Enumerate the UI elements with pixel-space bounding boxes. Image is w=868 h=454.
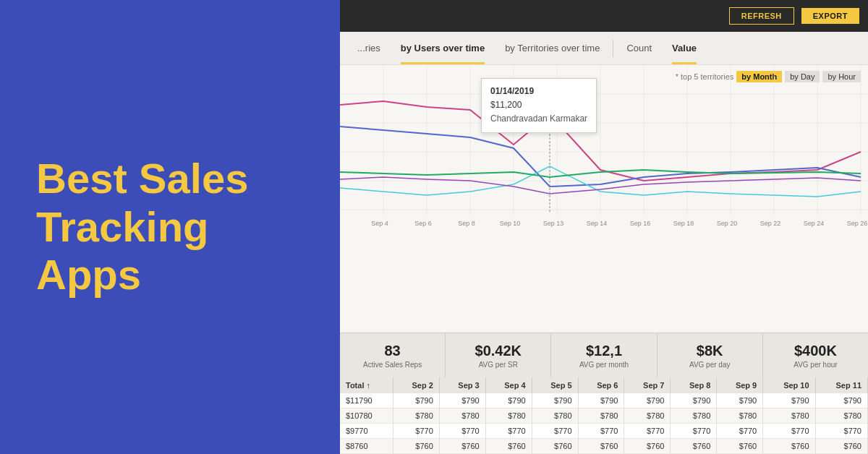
- svg-text:Sep 18: Sep 18: [673, 220, 694, 227]
- table-header-cell[interactable]: Sep 5: [532, 377, 578, 393]
- table-cell: $770: [393, 424, 439, 439]
- table-cell: $760: [439, 439, 485, 454]
- stat-value-hour: $400K: [794, 343, 837, 359]
- table-cell: $8760: [340, 439, 393, 454]
- left-panel: Best Sales Tracking Apps: [0, 0, 340, 454]
- chart-svg: Sep 4 Sep 6 Sep 8 Sep 10 Sep 13 Sep 14 S…: [340, 65, 868, 333]
- stats-row: 83 Active Sales Reps $0.42K AVG per SR $…: [340, 333, 868, 377]
- tab-count[interactable]: Count: [616, 32, 662, 64]
- stat-active-reps: 83 Active Sales Reps: [340, 333, 446, 377]
- tab-by-territories[interactable]: by Territories over time: [495, 32, 610, 64]
- table-cell: $780: [532, 408, 578, 424]
- table-cell: $760: [393, 439, 439, 454]
- svg-text:Sep 4: Sep 4: [371, 220, 388, 227]
- svg-text:Sep 22: Sep 22: [760, 220, 781, 227]
- svg-text:Sep 16: Sep 16: [630, 220, 651, 227]
- right-panel: REFRESH EXPORT ...ries by Users over tim…: [340, 0, 868, 454]
- stat-avg-hour: $400K AVG per hour: [763, 333, 868, 377]
- table-cell: $780: [815, 408, 867, 424]
- tabs-row: ...ries by Users over time by Territorie…: [340, 32, 868, 65]
- table-cell: $780: [671, 408, 717, 424]
- table-cell: $790: [624, 393, 671, 408]
- data-table: Total ↑Sep 2Sep 3Sep 4Sep 5Sep 6Sep 7Sep…: [340, 377, 868, 454]
- table-cell: $790: [485, 393, 532, 408]
- tooltip-value: $11,200: [490, 98, 587, 112]
- table-header-cell[interactable]: Sep 2: [393, 377, 439, 393]
- tab-by-users[interactable]: by Users over time: [391, 32, 495, 64]
- table-cell: $770: [717, 424, 763, 439]
- table-header-cell[interactable]: Sep 3: [439, 377, 485, 393]
- stat-label-reps: Active Sales Reps: [363, 361, 422, 369]
- tab-territories[interactable]: ...ries: [347, 32, 391, 64]
- table-cell: $780: [393, 408, 439, 424]
- table-header-cell[interactable]: Total ↑: [340, 377, 393, 393]
- table-cell: $780: [717, 408, 763, 424]
- table-cell: $780: [439, 408, 485, 424]
- table-cell: $780: [624, 408, 671, 424]
- stat-label-month: AVG per month: [579, 361, 629, 369]
- table-cell: $760: [578, 439, 624, 454]
- svg-text:Sep 14: Sep 14: [587, 220, 608, 227]
- table-header-cell[interactable]: Sep 11: [815, 377, 867, 393]
- table-row: $10780$780$780$780$780$780$780$780$780$7…: [340, 408, 868, 424]
- table-cell: $780: [763, 408, 815, 424]
- table-header-cell[interactable]: Sep 10: [763, 377, 815, 393]
- table-header-cell[interactable]: Sep 8: [671, 377, 717, 393]
- table-cell: $790: [578, 393, 624, 408]
- table-cell: $790: [393, 393, 439, 408]
- table-cell: $790: [815, 393, 867, 408]
- table-header-cell[interactable]: Sep 4: [485, 377, 532, 393]
- table-row: $8760$760$760$760$760$760$760$760$760$76…: [340, 439, 868, 454]
- table-cell: $760: [624, 439, 671, 454]
- export-button[interactable]: EXPORT: [801, 8, 859, 24]
- table-cell: $760: [763, 439, 815, 454]
- table-cell: $770: [763, 424, 815, 439]
- svg-text:Sep 10: Sep 10: [500, 220, 521, 227]
- stat-label-day: AVG per day: [689, 361, 731, 369]
- table-cell: $11790: [340, 393, 393, 408]
- top-bar: REFRESH EXPORT: [340, 0, 868, 32]
- table-row: $9770$770$770$770$770$770$770$770$770$77…: [340, 424, 868, 439]
- table-header-cell[interactable]: Sep 9: [717, 377, 763, 393]
- table-cell: $790: [532, 393, 578, 408]
- stat-value-month: $12,1: [586, 343, 622, 359]
- table-cell: $760: [717, 439, 763, 454]
- stat-value-reps: 83: [384, 343, 400, 359]
- table-cell: $10780: [340, 408, 393, 424]
- table-row: $11790$790$790$790$790$790$790$790$790$7…: [340, 393, 868, 408]
- table-cell: $770: [485, 424, 532, 439]
- stat-avg-month: $12,1 AVG per month: [551, 333, 657, 377]
- refresh-button[interactable]: REFRESH: [729, 7, 794, 25]
- table-header-row: Total ↑Sep 2Sep 3Sep 4Sep 5Sep 6Sep 7Sep…: [340, 377, 868, 393]
- svg-text:Sep 8: Sep 8: [458, 220, 475, 227]
- table-cell: $760: [815, 439, 867, 454]
- svg-text:Sep 13: Sep 13: [543, 220, 564, 227]
- stat-avg-day: $8K AVG per day: [658, 333, 763, 377]
- table-cell: $770: [671, 424, 717, 439]
- chart-tooltip: 01/14/2019 $11,200 Chandravadan Karmakar: [481, 78, 597, 133]
- table-cell: $790: [763, 393, 815, 408]
- table-cell: $760: [485, 439, 532, 454]
- table-cell: $770: [532, 424, 578, 439]
- table-cell: $770: [624, 424, 671, 439]
- table-cell: $790: [717, 393, 763, 408]
- table-cell: $9770: [340, 424, 393, 439]
- stat-label-sr: AVG per SR: [479, 361, 518, 369]
- svg-text:Sep 6: Sep 6: [414, 220, 432, 227]
- data-table-wrapper: Total ↑Sep 2Sep 3Sep 4Sep 5Sep 6Sep 7Sep…: [340, 377, 868, 454]
- table-cell: $790: [439, 393, 485, 408]
- svg-text:Sep 24: Sep 24: [804, 220, 825, 227]
- table-cell: $780: [578, 408, 624, 424]
- tab-value[interactable]: Value: [662, 32, 707, 64]
- stat-label-hour: AVG per hour: [793, 361, 837, 369]
- stat-value-sr: $0.42K: [475, 343, 522, 359]
- stat-avg-sr: $0.42K AVG per SR: [446, 333, 551, 377]
- chart-area: * top 5 territories by Month by Day by H…: [340, 65, 868, 333]
- table-header-cell[interactable]: Sep 6: [578, 377, 624, 393]
- table-header-cell[interactable]: Sep 7: [624, 377, 671, 393]
- table-cell: $770: [578, 424, 624, 439]
- table-cell: $760: [671, 439, 717, 454]
- table-cell: $770: [439, 424, 485, 439]
- svg-text:Sep 20: Sep 20: [717, 220, 738, 227]
- tab-divider: [613, 40, 613, 57]
